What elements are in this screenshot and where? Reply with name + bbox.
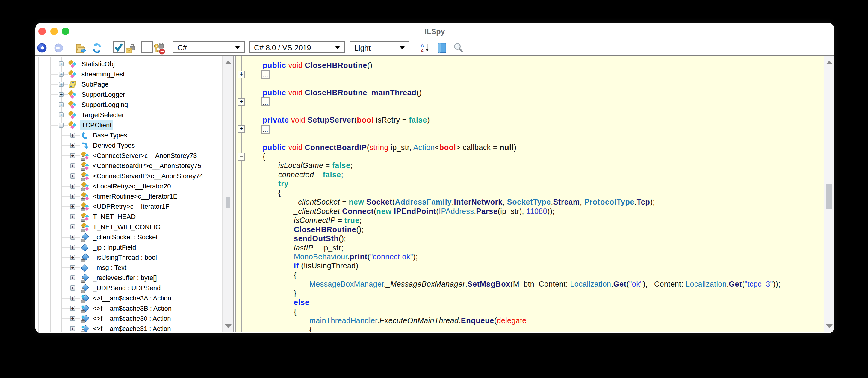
tree-item[interactable]: +SupportLogger	[35, 90, 222, 100]
tree-item-label: T_NET_HEAD	[91, 212, 137, 222]
tree-item[interactable]: −TCPClient	[35, 120, 222, 130]
tree-item[interactable]: +StatisticObj	[35, 59, 222, 69]
tree-item-label: <ConncetServer>c__AnonStorey73	[91, 151, 198, 161]
tree-expander[interactable]: +	[59, 71, 64, 77]
tree-item[interactable]: +T_NET_HEAD	[35, 212, 222, 222]
language-select[interactable]: C#	[173, 41, 245, 53]
tree-item[interactable]: +Derived Types	[35, 140, 222, 151]
tree-item[interactable]: +<ConncetServer>c__AnonStorey73	[35, 151, 222, 161]
open-folder-button[interactable]	[75, 42, 86, 54]
tree-item[interactable]: +<>f__am$cache30 : Action	[35, 314, 222, 324]
search-icon[interactable]	[453, 42, 464, 54]
tree-connector	[75, 278, 80, 278]
tree-expander[interactable]: +	[70, 184, 75, 189]
scroll-down-icon[interactable]	[826, 324, 833, 328]
tree-item[interactable]: +SubPage	[35, 80, 222, 90]
tree-expander[interactable]: +	[59, 102, 64, 107]
tree-expander[interactable]: +	[70, 133, 75, 138]
tree-item[interactable]: +<timerRoutine>c__Iterator1E	[35, 191, 222, 201]
code-scrollbar-thumb[interactable]	[826, 184, 832, 209]
tree-item[interactable]: +_recieveBuffer : byte[]	[35, 273, 222, 283]
field-icon	[80, 263, 89, 273]
tree-expander[interactable]: +	[70, 245, 75, 250]
field-lock-icon	[80, 253, 89, 262]
tree-item[interactable]: +<ConnectServerIP>c__AnonStorey74	[35, 171, 222, 181]
tree-item[interactable]: +_msg : Text	[35, 263, 222, 273]
class-icon	[68, 90, 77, 99]
tree-item[interactable]: +_ip : InputField	[35, 242, 222, 252]
tree-item[interactable]: +<LocalRetry>c__Iterator20	[35, 181, 222, 191]
tree-item[interactable]: +TargetSelecter	[35, 110, 222, 120]
tree-expander[interactable]: +	[70, 163, 75, 168]
tree-item-label: _recieveBuffer : byte[]	[91, 273, 158, 283]
tree-item[interactable]: +<>f__am$cache3B : Action	[35, 304, 222, 314]
code-line: lastIP = ip_str;	[236, 243, 824, 252]
code-line: public void ConnectBoardIP(string ip_str…	[236, 143, 824, 152]
tree-item[interactable]: +<UDPRetry>c__Iterator1F	[35, 201, 222, 212]
tree-item[interactable]: +<ConnectBoardIP>c__AnonStorey75	[35, 161, 222, 171]
refresh-button[interactable]	[91, 42, 103, 54]
back-button[interactable]	[37, 43, 47, 53]
key-lock-icon[interactable]	[154, 42, 165, 55]
language-version-select[interactable]: C# 8.0 / VS 2019	[249, 41, 345, 53]
show-public-only-checkbox[interactable]	[113, 41, 125, 53]
collapsed-code-box[interactable]: ...	[261, 70, 270, 79]
tree-item[interactable]: +streaming_test	[35, 69, 222, 80]
code-scrollbar[interactable]	[824, 56, 834, 333]
tree-item[interactable]: +<>f__am$cache3A : Action	[35, 293, 222, 304]
scroll-down-icon[interactable]	[225, 324, 231, 328]
collapsed-code-box[interactable]: ...	[261, 125, 270, 134]
sort-az-icon[interactable]: AZ	[421, 43, 430, 52]
tree-expander[interactable]: +	[70, 143, 75, 148]
tree-expander[interactable]: +	[70, 285, 75, 290]
class-lock-icon	[80, 202, 89, 212]
panel-splitter[interactable]	[233, 56, 236, 333]
theme-select[interactable]: Light	[350, 41, 409, 53]
tree-expander[interactable]: +	[70, 234, 75, 240]
tree-expander[interactable]: +	[70, 316, 75, 321]
tree-expander[interactable]: +	[70, 194, 75, 199]
tree-connector	[75, 237, 80, 238]
tree-item[interactable]: +_UDPSend : UDPSend	[35, 283, 222, 293]
scroll-up-icon[interactable]	[225, 61, 231, 64]
tree-item[interactable]: +SupportLogging	[35, 100, 222, 110]
tree-expander[interactable]: −	[59, 123, 64, 128]
tree-expander[interactable]: +	[70, 306, 75, 311]
tree-expander[interactable]: +	[70, 174, 75, 179]
tree-expander[interactable]: +	[70, 296, 75, 301]
scroll-up-icon[interactable]	[826, 61, 833, 64]
base-icon	[80, 131, 89, 140]
tree-expander[interactable]: +	[70, 204, 75, 209]
tree-expander[interactable]: +	[70, 224, 75, 229]
field-icon	[80, 243, 89, 252]
tree-expander[interactable]: +	[70, 255, 75, 260]
tree-expander[interactable]: +	[59, 82, 64, 87]
tree-item[interactable]: +_clientSocket : Socket	[35, 232, 222, 242]
page-icon	[68, 80, 77, 89]
show-internal-api-checkbox[interactable]	[141, 41, 153, 53]
field-lock-icon	[80, 274, 89, 283]
tree-item-label: <>f__am$cache30 : Action	[91, 314, 173, 323]
mail-lock-icon[interactable]	[126, 43, 136, 54]
tree-expander[interactable]: +	[59, 112, 64, 118]
tree-expander[interactable]: +	[59, 61, 64, 66]
tree-expander[interactable]: +	[70, 265, 75, 270]
book-icon[interactable]	[438, 42, 447, 54]
tree-connector	[50, 115, 58, 115]
tree-expander[interactable]: +	[70, 275, 75, 280]
tree-expander[interactable]: +	[70, 153, 75, 158]
tree-scrollbar-thumb[interactable]	[225, 197, 230, 209]
tree-scrollbar[interactable]	[222, 56, 234, 333]
forward-button[interactable]	[54, 43, 63, 53]
collapsed-code-box[interactable]: ...	[261, 97, 270, 106]
tree-item[interactable]: +<>f__am$cache31 : Action	[35, 324, 222, 333]
tree-item[interactable]: +Base Types	[35, 130, 222, 140]
tree-connector	[75, 308, 80, 309]
tree-item[interactable]: +_isUsingThread : bool	[35, 252, 222, 263]
chevron-down-icon	[400, 46, 405, 50]
class-icon	[68, 60, 77, 69]
tree-expander[interactable]: +	[59, 92, 64, 97]
tree-expander[interactable]: +	[70, 214, 75, 219]
tree-item[interactable]: +T_NET_WIFI_CONFIG	[35, 222, 222, 232]
tree-expander[interactable]: +	[70, 326, 75, 331]
